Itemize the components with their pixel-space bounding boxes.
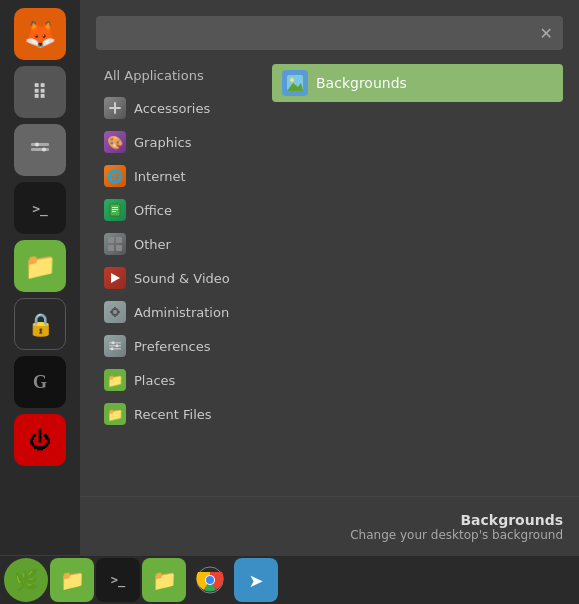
categories-header: All Applications [96,64,266,91]
other-label: Other [134,237,171,252]
svg-rect-1 [31,148,49,151]
taskbar-icon-terminal[interactable]: >_ [96,558,140,602]
sidebar-icon-apps[interactable]: ⠿ [14,66,66,118]
svg-rect-12 [108,245,114,251]
category-item-places[interactable]: 📁 Places [96,363,266,397]
accessories-icon [104,97,126,119]
svg-point-33 [206,576,214,584]
status-title: Backgrounds [460,512,563,528]
svg-rect-17 [118,311,120,313]
svg-rect-9 [112,211,116,212]
svg-marker-14 [111,273,120,283]
sidebar-icon-terminal[interactable]: >_ [14,182,66,234]
preferences-icon [104,335,126,357]
internet-label: Internet [134,169,186,184]
svg-rect-21 [109,345,121,347]
category-item-recent-files[interactable]: 📁 Recent Files [96,397,266,431]
search-input[interactable]: Backgrounds [106,25,540,41]
other-icon [104,233,126,255]
backgrounds-app-label: Backgrounds [316,75,407,91]
category-item-preferences[interactable]: Preferences [96,329,266,363]
svg-rect-8 [112,209,118,210]
svg-rect-0 [31,143,49,146]
taskbar-icon-chrome[interactable] [188,558,232,602]
category-item-graphics[interactable]: 🎨 Graphics [96,125,266,159]
content-area: All Applications Accessories 🎨 Graphics … [96,64,563,488]
svg-point-28 [290,78,294,82]
svg-rect-16 [110,311,112,313]
administration-label: Administration [134,305,229,320]
sidebar-icon-folder[interactable]: 📁 [14,240,66,292]
svg-point-15 [112,309,118,315]
office-label: Office [134,203,172,218]
search-bar: Backgrounds ✕ [96,16,563,50]
sidebar-icon-lock[interactable]: 🔒 [14,298,66,350]
status-area: Backgrounds Change your desktop's backgr… [80,496,579,556]
category-item-administration[interactable]: Administration [96,295,266,329]
recent-files-icon: 📁 [104,403,126,425]
main-area: Backgrounds ✕ All Applications Accessori… [80,0,579,556]
taskbar: 🌿 📁 >_ 📁 ➤ [0,556,579,604]
places-label: Places [134,373,175,388]
svg-rect-5 [114,102,116,114]
sidebar-icon-firefox[interactable]: 🦊 [14,8,66,60]
sidebar-icon-ui[interactable] [14,124,66,176]
svg-point-3 [42,148,46,152]
svg-rect-18 [114,307,116,309]
graphics-icon: 🎨 [104,131,126,153]
sidebar-icon-power[interactable]: ⏻ [14,414,66,466]
svg-point-24 [116,344,119,347]
categories-panel: All Applications Accessories 🎨 Graphics … [96,64,266,488]
sidebar-icon-grub[interactable]: G [14,356,66,408]
taskbar-icon-folder[interactable]: 📁 [50,558,94,602]
administration-icon [104,301,126,323]
places-icon: 📁 [104,369,126,391]
svg-rect-10 [108,237,114,243]
office-icon [104,199,126,221]
search-clear-button[interactable]: ✕ [540,24,553,43]
svg-point-23 [112,341,115,344]
svg-rect-19 [114,315,116,317]
graphics-label: Graphics [134,135,191,150]
svg-point-25 [111,347,114,350]
svg-rect-20 [109,342,121,344]
svg-rect-11 [116,237,122,243]
sidebar: 🦊 ⠿ >_ 📁 🔒 G ⏻ [0,0,80,555]
taskbar-icon-files[interactable]: 📁 [142,558,186,602]
sound-video-label: Sound & Video [134,271,230,286]
results-panel: Backgrounds [266,64,563,488]
status-description: Change your desktop's background [350,528,563,542]
recent-files-label: Recent Files [134,407,212,422]
category-item-office[interactable]: Office [96,193,266,227]
result-item-backgrounds[interactable]: Backgrounds [272,64,563,102]
svg-rect-7 [112,207,118,208]
category-item-sound-video[interactable]: Sound & Video [96,261,266,295]
category-item-internet[interactable]: 🌐 Internet [96,159,266,193]
backgrounds-app-icon [282,70,308,96]
category-item-accessories[interactable]: Accessories [96,91,266,125]
taskbar-icon-arrow[interactable]: ➤ [234,558,278,602]
category-item-other[interactable]: Other [96,227,266,261]
sound-video-icon [104,267,126,289]
svg-rect-13 [116,245,122,251]
preferences-label: Preferences [134,339,210,354]
svg-point-2 [35,143,39,147]
taskbar-icon-start[interactable]: 🌿 [4,558,48,602]
accessories-label: Accessories [134,101,210,116]
internet-icon: 🌐 [104,165,126,187]
